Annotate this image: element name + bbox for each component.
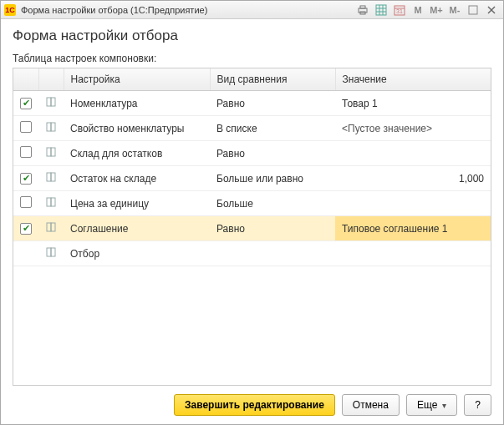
finish-editing-button[interactable]: Завершить редактирование [174,394,335,416]
svg-rect-27 [51,248,55,256]
row-value[interactable]: Типовое соглашение 1 [335,216,491,241]
row-setting-label: Отбор [64,241,210,266]
svg-rect-25 [51,223,55,231]
row-comparison[interactable] [210,241,335,266]
row-checkbox[interactable] [20,98,32,109]
row-checkbox[interactable] [20,223,32,235]
row-checkbox[interactable] [20,121,32,133]
titlebar: 1C Форма настройки отбора (1С:Предприяти… [1,1,503,19]
row-value[interactable] [335,191,491,216]
row-checkbox[interactable] [20,146,32,158]
row-comparison[interactable]: Больше [210,191,335,216]
settings-table: Настройка Вид сравнения Значение Номенкл… [13,68,491,386]
memory-mplus-button[interactable]: M+ [428,3,445,18]
page-title: Форма настройки отбора [13,28,491,44]
row-checkbox[interactable] [20,173,32,185]
filter-field-icon [45,146,57,158]
filter-field-icon [45,121,57,133]
memory-m-button[interactable]: M [410,3,426,18]
row-comparison[interactable]: Равно [210,91,335,116]
row-value[interactable]: Товар 1 [335,91,491,116]
table-caption: Таблица настроек компоновки: [13,53,491,64]
footer: Завершить редактирование Отмена Еще ? [1,386,503,424]
svg-rect-17 [51,123,55,131]
row-setting-label: Соглашение [64,216,210,241]
calendar-icon[interactable]: 31 [391,3,408,18]
svg-rect-16 [47,123,51,131]
row-comparison[interactable]: Больше или равно [210,166,335,191]
table-row[interactable]: Цена за единицуБольше [13,191,491,216]
table-row[interactable]: НоменклатураРавноТовар 1 [13,91,491,116]
more-button[interactable]: Еще [406,394,457,416]
svg-rect-23 [51,198,55,206]
filter-field-icon [45,246,57,258]
table-row[interactable]: Склад для остатковРавно [13,141,491,166]
svg-rect-14 [47,98,51,106]
row-value[interactable]: <Пустое значение> [335,116,491,141]
svg-rect-24 [47,223,51,231]
col-header-icon [38,68,64,91]
table-row[interactable]: СоглашениеРавноТиповое соглашение 1 [13,216,491,241]
row-value[interactable] [335,141,491,166]
more-button-label: Еще [417,399,437,411]
content-area: Форма настройки отбора Таблица настроек … [1,19,503,386]
col-header-setting[interactable]: Настройка [64,68,210,91]
table-row[interactable]: Отбор [13,241,491,266]
help-button[interactable]: ? [464,394,491,416]
row-setting-label: Номенклатура [64,91,210,116]
row-checkbox[interactable] [20,196,32,208]
svg-rect-26 [47,248,51,256]
row-setting-label: Цена за единицу [64,191,210,216]
print-icon[interactable] [354,3,371,18]
row-setting-label: Склад для остатков [64,141,210,166]
filter-field-icon [45,196,57,208]
col-header-comparison[interactable]: Вид сравнения [210,68,335,91]
col-header-check [13,68,38,91]
table-row[interactable]: Свойство номенклатурыВ списке<Пустое зна… [13,116,491,141]
window-menu-icon[interactable] [465,3,481,18]
row-comparison[interactable]: Равно [210,216,335,241]
filter-field-icon [45,96,57,108]
row-comparison[interactable]: В списке [210,116,335,141]
close-icon[interactable] [483,3,500,18]
svg-rect-1 [360,6,365,8]
app-icon: 1C [4,4,16,16]
svg-rect-18 [47,148,51,156]
filter-field-icon [45,171,57,183]
row-value[interactable] [335,241,491,266]
col-header-value[interactable]: Значение [335,68,491,91]
row-comparison[interactable]: Равно [210,141,335,166]
svg-rect-20 [47,173,51,181]
filter-field-icon [45,221,57,233]
svg-rect-22 [47,198,51,206]
svg-rect-15 [51,98,55,106]
svg-rect-3 [376,5,386,15]
row-setting-label: Свойство номенклатуры [64,116,210,141]
window-title: Форма настройки отбора (1С:Предприятие) [21,5,207,15]
svg-text:31: 31 [396,8,403,14]
svg-rect-11 [469,6,477,14]
chevron-down-icon [440,399,446,411]
svg-rect-21 [51,173,55,181]
svg-rect-19 [51,148,55,156]
cancel-button[interactable]: Отмена [342,394,400,416]
grid-view-icon[interactable] [373,3,389,18]
row-setting-label: Остаток на складе [64,166,210,191]
memory-mminus-button[interactable]: M- [446,3,463,18]
table-row[interactable]: Остаток на складеБольше или равно1,000 [13,166,491,191]
window: 1C Форма настройки отбора (1С:Предприяти… [0,0,504,425]
row-value[interactable]: 1,000 [335,166,491,191]
